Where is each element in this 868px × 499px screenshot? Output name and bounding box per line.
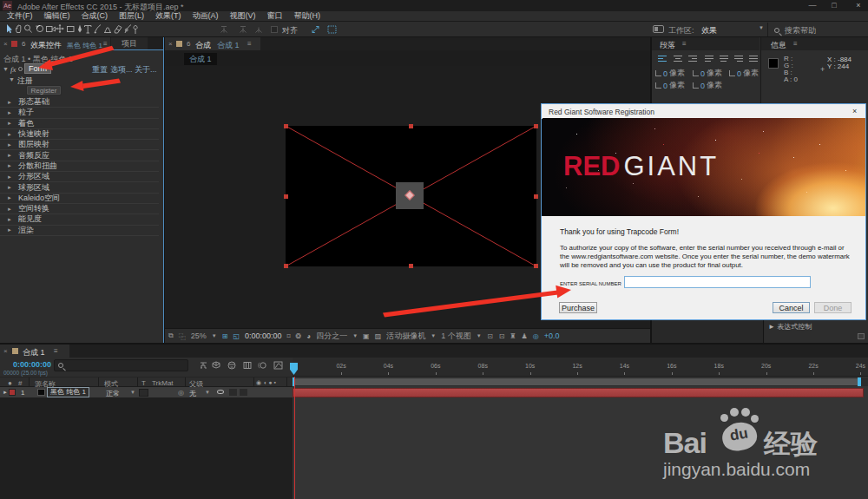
show-snapshot-icon[interactable]: ⿻: [179, 332, 186, 341]
align-center-icon[interactable]: [674, 55, 683, 63]
close-icon[interactable]: ×: [3, 40, 8, 48]
expand-caret-icon[interactable]: ►: [7, 185, 12, 190]
serial-number-input[interactable]: [624, 276, 811, 288]
search-help[interactable]: 搜索帮助: [785, 25, 816, 36]
menu-item[interactable]: 效果(T): [155, 10, 181, 22]
trkmat-box[interactable]: [139, 389, 148, 397]
resolution-value[interactable]: 四分之一: [316, 331, 347, 342]
trkmat-column[interactable]: TrkMat: [152, 379, 174, 387]
workspace-value[interactable]: 效果: [701, 25, 717, 36]
collapse-caret-icon[interactable]: ▼: [3, 66, 9, 72]
index-column[interactable]: #: [18, 379, 22, 387]
caret-icon[interactable]: ▼: [431, 333, 436, 338]
close-icon[interactable]: ×: [3, 347, 8, 355]
purchase-button[interactable]: Purchase: [559, 302, 597, 313]
panel-menu-icon[interactable]: ≡: [54, 347, 58, 355]
align-left-icon[interactable]: [658, 55, 667, 63]
zoom-level[interactable]: 25%: [191, 332, 207, 340]
expand-caret-icon[interactable]: ►: [7, 100, 12, 105]
reset-link[interactable]: 重置: [92, 64, 108, 76]
effect-group-row[interactable]: ►图层映射: [0, 140, 159, 150]
justify-last-center-icon[interactable]: [720, 55, 729, 63]
dialog-close-icon[interactable]: ×: [852, 107, 857, 115]
expand-caret-icon[interactable]: ►: [7, 153, 12, 158]
panel-menu-icon[interactable]: ≡: [793, 40, 798, 48]
workspace-caret-icon[interactable]: ▼: [759, 25, 764, 30]
indent-left-field[interactable]: 0像素: [655, 68, 685, 79]
channel-icon[interactable]: ❂: [296, 332, 302, 340]
roi-icon[interactable]: ▣: [363, 332, 370, 340]
minimize-button[interactable]: —: [807, 1, 818, 10]
close-icon[interactable]: ×: [168, 40, 173, 48]
register-button[interactable]: Register: [26, 85, 62, 95]
menu-item[interactable]: 动画(A): [193, 10, 219, 22]
current-timecode[interactable]: 0:00:00:00: [13, 360, 51, 369]
effect-group-row[interactable]: ►能见度: [0, 214, 159, 225]
tab-paragraph[interactable]: 段落: [660, 40, 675, 51]
snap-checkbox[interactable]: [271, 26, 278, 33]
selection-handle[interactable]: [284, 124, 288, 128]
time-ruler[interactable]: 02s04s06s08s10s12s14s16s18s20s22s24s: [293, 358, 868, 377]
timeline-search-field[interactable]: [54, 359, 188, 371]
selection-handle[interactable]: [284, 264, 288, 268]
exposure-value[interactable]: +0.0: [544, 332, 560, 340]
effect-name[interactable]: Form: [24, 63, 51, 74]
layer-label-swatch[interactable]: [9, 389, 16, 396]
expand-caret-icon[interactable]: ►: [7, 163, 12, 168]
work-area-bar[interactable]: [294, 378, 861, 385]
maximize-button[interactable]: □: [829, 1, 839, 10]
menu-item[interactable]: 编辑(E): [44, 10, 70, 22]
space-after-field[interactable]: 0像素: [693, 80, 722, 91]
menu-item[interactable]: 窗口: [267, 10, 283, 22]
tab-project[interactable]: 项目: [111, 37, 148, 50]
caret-icon[interactable]: ▼: [205, 390, 210, 395]
effect-group-row[interactable]: ►分形区域: [0, 172, 159, 182]
selection-handle[interactable]: [409, 124, 413, 128]
menu-item[interactable]: 图层(L): [119, 10, 144, 22]
viewer-comp-tab[interactable]: 合成 1: [184, 53, 217, 65]
comp-timecode[interactable]: 0:00:00:00: [245, 332, 282, 340]
pickwhip-icon[interactable]: ◎: [178, 389, 184, 397]
rgb-icon[interactable]: ◕: [306, 332, 311, 340]
effect-group-row[interactable]: ►空间转换: [0, 204, 159, 214]
layer-name[interactable]: 黑色 纯色 1: [47, 387, 89, 397]
effect-group-row[interactable]: ►球形区域: [0, 182, 159, 193]
done-button[interactable]: Done: [814, 302, 852, 313]
effects-presets-item[interactable]: ► 表达式控制: [768, 322, 812, 332]
effect-group-row[interactable]: ►粒子: [0, 108, 159, 118]
t-column[interactable]: T: [141, 379, 146, 387]
effect-group-row[interactable]: ►快速映射: [0, 129, 159, 140]
expand-caret-icon[interactable]: ►: [7, 132, 12, 137]
layer-duration-bar[interactable]: [293, 388, 864, 397]
align-right-icon[interactable]: [688, 55, 698, 63]
snapshot-camera-icon[interactable]: ⌑: [287, 332, 291, 340]
caret-icon[interactable]: ▼: [130, 390, 135, 395]
expand-caret-icon[interactable]: ►: [7, 121, 12, 126]
effect-group-row[interactable]: ►音频反应: [0, 150, 159, 161]
caret-icon[interactable]: ▼: [212, 333, 217, 338]
tab-info[interactable]: 信息: [771, 40, 786, 51]
solo-box[interactable]: [240, 389, 247, 396]
menu-item[interactable]: 帮助(H): [294, 10, 321, 22]
options-link[interactable]: 选项...: [110, 64, 133, 76]
grid-guides-icon[interactable]: ⊞: [222, 332, 228, 340]
transparency-grid-icon[interactable]: ▨: [375, 332, 382, 340]
menu-item[interactable]: 文件(F): [7, 10, 33, 22]
layer-row[interactable]: ► 1 黑色 纯色 1 正常 ▼ ◎ 无 ▼: [0, 387, 293, 397]
exposure-icon[interactable]: ◎: [533, 332, 539, 340]
pixel-aspect-icon[interactable]: 🝕: [487, 332, 494, 340]
selection-handle[interactable]: [409, 264, 413, 268]
caret-icon[interactable]: ▼: [352, 333, 358, 338]
audio-box[interactable]: [229, 389, 237, 396]
menu-item[interactable]: 视图(V): [230, 10, 256, 22]
eye-icon[interactable]: [217, 390, 224, 394]
selection-handle[interactable]: [534, 264, 538, 268]
effect-group-row[interactable]: ►渲染: [0, 226, 159, 236]
expand-caret-icon[interactable]: ►: [7, 174, 12, 180]
panel-menu-icon[interactable]: ≡: [103, 40, 108, 48]
expand-caret-icon[interactable]: ►: [7, 227, 12, 233]
justify-all-icon[interactable]: [749, 55, 759, 63]
indent-first-field[interactable]: 0像素: [655, 80, 685, 91]
justify-last-left-icon[interactable]: [705, 55, 714, 63]
expand-caret-icon[interactable]: ►: [7, 207, 12, 212]
